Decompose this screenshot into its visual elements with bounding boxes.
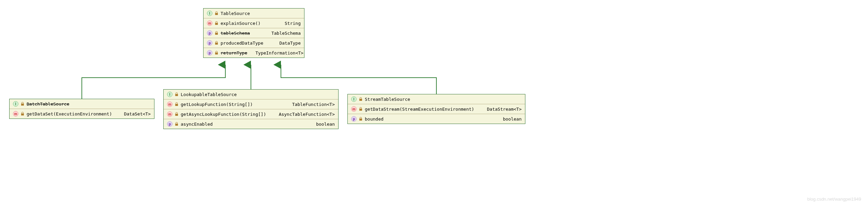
member-row[interactable]: m explainSource() String — [204, 18, 304, 28]
member-name: producedDataType — [221, 41, 263, 46]
method-icon: m — [167, 111, 173, 117]
class-batch-table-source[interactable]: I BatchTableSource m getDataSet(Executio… — [9, 99, 154, 119]
member-name: tableSchema — [221, 31, 250, 36]
member-row[interactable]: p asyncEnabled boolean — [164, 119, 338, 129]
member-row[interactable]: p producedDataType DataType — [204, 38, 304, 48]
method-icon: m — [167, 102, 173, 107]
member-type: DataType — [273, 41, 301, 46]
lock-icon — [214, 21, 219, 25]
class-table-source[interactable]: I TableSource m explainSource() String p… — [203, 8, 304, 58]
property-icon: p — [167, 121, 173, 127]
method-icon: m — [351, 106, 357, 112]
class-header: I StreamTableSource — [348, 94, 525, 104]
lock-icon — [175, 122, 179, 126]
class-name: TableSource — [221, 11, 250, 16]
interface-icon: I — [207, 11, 212, 16]
method-icon: m — [13, 111, 18, 116]
lock-icon — [20, 112, 25, 116]
member-row[interactable]: p bounded boolean — [348, 114, 525, 124]
member-row[interactable]: p returnType TypeInformation<T> — [204, 48, 304, 58]
member-name: getDataSet(ExecutionEnvironment) — [27, 111, 112, 116]
member-name: returnType — [221, 50, 247, 56]
lock-icon — [359, 97, 363, 101]
class-name: StreamTableSource — [365, 97, 410, 102]
lock-icon — [214, 41, 219, 45]
member-row[interactable]: m getAsyncLookupFunction(String[]) Async… — [164, 109, 338, 119]
member-type: AsyncTableFunction<T> — [273, 112, 335, 117]
method-icon: m — [207, 20, 212, 26]
member-name: bounded — [365, 116, 384, 122]
member-row[interactable]: p tableSchema TableSchema — [204, 28, 304, 38]
member-name: getLookupFunction(String[]) — [181, 102, 253, 107]
lock-icon — [359, 107, 363, 111]
member-type: boolean — [310, 122, 335, 127]
member-type: DataStream<T> — [481, 107, 522, 112]
class-name: BatchTableSource — [27, 102, 69, 107]
interface-icon: I — [13, 101, 18, 107]
property-icon: p — [207, 40, 212, 46]
lock-icon — [214, 11, 219, 15]
member-type: boolean — [497, 116, 522, 122]
member-row[interactable]: m getDataSet(ExecutionEnvironment) DataS… — [10, 109, 154, 119]
member-type: TableSchema — [265, 31, 301, 36]
lock-icon — [20, 102, 25, 106]
property-icon: p — [207, 30, 212, 36]
member-type: TableFunction<T> — [286, 102, 335, 107]
class-header: I BatchTableSource — [10, 99, 154, 109]
lock-icon — [214, 51, 219, 55]
member-row[interactable]: m getDataStream(StreamExecutionEnvironme… — [348, 104, 525, 114]
member-name: explainSource() — [221, 21, 260, 26]
class-lookupable-table-source[interactable]: I LookupableTableSource m getLookupFunct… — [163, 89, 339, 129]
class-name: LookupableTableSource — [181, 92, 237, 97]
member-type: DataSet<T> — [118, 111, 151, 116]
interface-icon: I — [351, 96, 357, 102]
member-name: getAsyncLookupFunction(String[]) — [181, 112, 266, 117]
lock-icon — [214, 31, 219, 35]
member-name: getDataStream(StreamExecutionEnvironment… — [365, 107, 474, 112]
watermark: blog.csdn.net/wangpei1949 — [807, 197, 861, 202]
member-row[interactable]: m getLookupFunction(String[]) TableFunct… — [164, 99, 338, 109]
interface-icon: I — [167, 92, 173, 97]
property-icon: p — [351, 116, 357, 122]
member-type: String — [279, 21, 301, 26]
lock-icon — [359, 117, 363, 121]
member-type: TypeInformation<T> — [249, 50, 303, 56]
class-header: I TableSource — [204, 9, 304, 18]
class-header: I LookupableTableSource — [164, 90, 338, 99]
lock-icon — [175, 102, 179, 106]
lock-icon — [175, 112, 179, 116]
class-stream-table-source[interactable]: I StreamTableSource m getDataStream(Stre… — [347, 94, 525, 124]
member-name: asyncEnabled — [181, 122, 213, 127]
property-icon: p — [207, 50, 212, 56]
lock-icon — [175, 92, 179, 96]
